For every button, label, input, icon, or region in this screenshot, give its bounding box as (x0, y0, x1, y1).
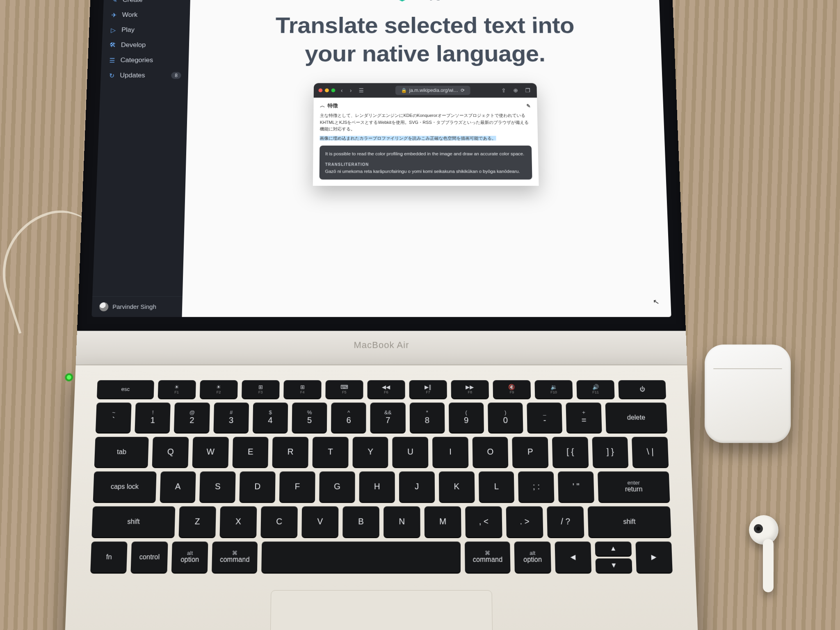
key[interactable]: $4 (253, 402, 288, 432)
key[interactable]: ; : (518, 471, 554, 502)
key[interactable]: fn (90, 541, 128, 573)
sidebar-item-play[interactable]: ▷ Play (102, 23, 189, 38)
share-icon[interactable]: ⇪ (500, 87, 508, 94)
key[interactable]: enterreturn (598, 471, 670, 502)
key[interactable]: ◀◀F6 (367, 380, 405, 398)
key[interactable]: ] } (592, 437, 628, 467)
key[interactable]: Q (152, 437, 189, 467)
key[interactable]: S (199, 471, 235, 502)
key[interactable]: (9 (449, 402, 484, 432)
arrow-keys[interactable]: ▲▼ (595, 541, 632, 573)
key[interactable]: tab (94, 437, 149, 467)
key[interactable]: H (359, 471, 395, 502)
key[interactable]: *8 (409, 402, 445, 432)
key[interactable]: G (319, 471, 355, 502)
key[interactable]: , < (465, 506, 502, 537)
sidebar-icon[interactable]: ☰ (357, 87, 365, 94)
window-controls[interactable] (319, 89, 336, 92)
key[interactable]: N (383, 506, 420, 537)
key[interactable]: ⌨F5 (325, 380, 363, 398)
key[interactable]: 🔇F9 (493, 380, 531, 398)
key[interactable]: _- (527, 402, 563, 432)
key[interactable]: #3 (213, 402, 249, 432)
tabs-icon[interactable]: ❐ (524, 87, 532, 94)
key[interactable]: U (393, 437, 429, 467)
key[interactable]: altoption (514, 541, 551, 573)
key[interactable]: W (192, 437, 229, 467)
key[interactable]: ◀ (555, 541, 591, 573)
key[interactable]: I (432, 437, 468, 467)
key[interactable]: L (478, 471, 514, 502)
key[interactable]: E (232, 437, 269, 467)
reload-icon[interactable]: ⟳ (461, 88, 465, 93)
key[interactable]: ⊞F4 (283, 380, 321, 398)
key[interactable]: V (301, 506, 338, 537)
key[interactable]: &&7 (370, 402, 406, 432)
key[interactable]: caps lock (93, 471, 156, 502)
key[interactable]: K (439, 471, 475, 502)
key[interactable]: shift (588, 506, 671, 537)
key[interactable]: ⏻ (618, 380, 666, 398)
key[interactable]: O (472, 437, 508, 467)
back-icon[interactable]: ‹ (339, 87, 344, 94)
key[interactable]: Y (352, 437, 388, 467)
key[interactable]: !1 (135, 402, 171, 432)
key[interactable]: ▶▶F8 (451, 380, 489, 398)
sidebar-item-develop[interactable]: 🛠 Develop (102, 37, 189, 52)
key[interactable]: ⌘command (212, 541, 258, 573)
key[interactable]: B (342, 506, 379, 537)
key[interactable]: F (279, 471, 315, 502)
key[interactable]: ▶‖F7 (409, 380, 447, 398)
new-tab-icon[interactable]: ⊕ (511, 87, 520, 94)
key[interactable]: control (131, 541, 168, 573)
key[interactable]: . > (506, 506, 543, 537)
close-icon[interactable] (319, 89, 323, 92)
key[interactable]: )0 (488, 402, 523, 432)
key[interactable]: T (313, 437, 349, 467)
forward-icon[interactable]: › (348, 87, 353, 94)
key[interactable]: [ { (552, 437, 589, 467)
key[interactable]: ' " (558, 471, 594, 502)
sidebar-item-updates[interactable]: ↻ Updates 8 (100, 68, 188, 83)
key[interactable]: \ | (632, 437, 669, 467)
sidebar-item-create[interactable]: ✎ Create (103, 0, 190, 7)
key[interactable]: ▶ (635, 541, 673, 573)
key[interactable]: altoption (171, 541, 208, 573)
key[interactable]: C (260, 506, 297, 537)
key[interactable]: A (160, 471, 196, 502)
sidebar-item-work[interactable]: ✈ Work (103, 7, 190, 23)
trackpad[interactable] (270, 590, 493, 630)
sidebar-user[interactable]: Parvinder Singh (91, 296, 183, 317)
key[interactable]: esc (97, 380, 154, 398)
key[interactable]: ⊞F3 (242, 380, 280, 398)
key[interactable]: ~` (96, 402, 132, 432)
key[interactable]: M (425, 506, 461, 537)
minimize-icon[interactable] (325, 89, 329, 92)
wiki-section-header[interactable]: ︿ 特徴 ✎ (320, 102, 531, 109)
key[interactable]: ^6 (331, 402, 366, 432)
key[interactable]: 🔉F10 (534, 380, 573, 398)
key[interactable]: ▲ (595, 541, 631, 556)
key[interactable]: @2 (174, 402, 210, 432)
sidebar-item-categories[interactable]: ☰ Categories (101, 52, 189, 68)
key[interactable]: ☀F2 (200, 380, 238, 398)
key[interactable]: Z (178, 506, 216, 537)
key[interactable]: 🔊F11 (576, 380, 614, 398)
key[interactable]: ☀F1 (158, 380, 196, 398)
key[interactable]: ⌘command (465, 541, 510, 573)
url-bar[interactable]: 🔒 ja.m.wikipedia.org/wi… ⟳ (395, 86, 470, 95)
key[interactable]: X (219, 506, 257, 537)
keyboard[interactable]: esc☀F1☀F2⊞F3⊞F4⌨F5◀◀F6▶‖F7▶▶F8🔇F9🔉F10🔊F1… (90, 380, 673, 572)
key[interactable]: J (399, 471, 435, 502)
key[interactable]: ▼ (596, 558, 632, 573)
key[interactable]: P (512, 437, 549, 467)
key[interactable]: / ? (547, 506, 584, 537)
edit-icon[interactable]: ✎ (526, 103, 531, 109)
key[interactable]: R (272, 437, 308, 467)
zoom-icon[interactable] (331, 89, 336, 92)
key[interactable]: += (566, 402, 602, 432)
key[interactable]: delete (605, 402, 667, 432)
key[interactable]: %5 (292, 402, 327, 432)
key[interactable]: D (240, 471, 276, 502)
key[interactable] (261, 541, 461, 573)
